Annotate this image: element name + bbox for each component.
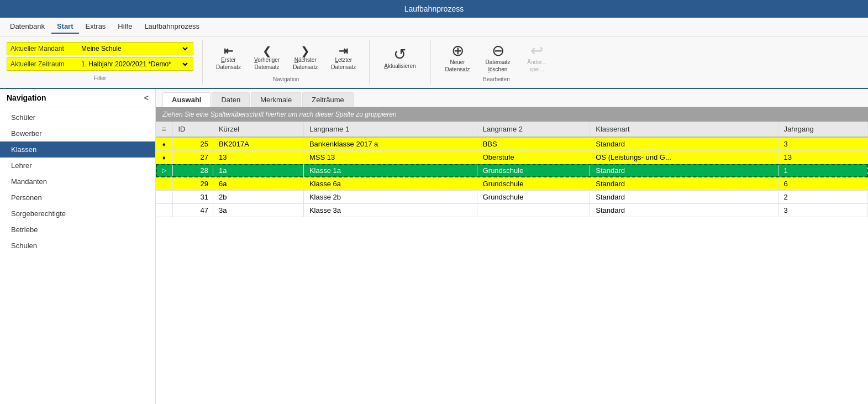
- filter-section-label: Filter: [7, 75, 193, 81]
- mandant-filter-row[interactable]: Aktueller Mandant Meine Schule: [7, 42, 193, 55]
- sidebar-item-mandanten[interactable]: Mandanten: [0, 174, 155, 190]
- row-langname1: Klasse 1a: [303, 164, 477, 177]
- menu-datenbank[interactable]: Datenbank: [4, 20, 50, 34]
- col-id[interactable]: ID: [172, 122, 213, 137]
- table-row[interactable]: ♦25BK2017ABankenklasse 2017 aBBSStandard…: [156, 137, 868, 151]
- row-langname2: Grundschule: [477, 164, 590, 177]
- table-row[interactable]: ▷281aKlasse 1aGrundschuleStandard1: [156, 164, 868, 177]
- sidebar-item-schulen[interactable]: Schulen: [0, 238, 155, 254]
- row-marker: ♦: [156, 137, 172, 151]
- table-header: ≡ ID Kürzel Langname 1 Langname 2 Klasse…: [156, 122, 868, 137]
- row-id: 27: [172, 151, 213, 164]
- tab-merkmale[interactable]: Merkmale: [251, 92, 301, 107]
- group-header-text: Ziehen Sie eine Spaltenüberschrift hierh…: [162, 111, 397, 118]
- menu-bar: Datenbank Start Extras Hilfe Laufbahnpro…: [0, 18, 868, 36]
- row-id: 31: [172, 191, 213, 204]
- new-record-icon: ⊕: [451, 43, 464, 59]
- row-klassenart: Standard: [590, 191, 778, 204]
- save-record-button[interactable]: ↩ Änder...spei...: [520, 42, 554, 74]
- aktualisieren-label: Aktualisieren: [384, 62, 415, 70]
- tab-daten[interactable]: Daten: [212, 92, 250, 107]
- table-row[interactable]: 296aKlasse 6aGrundschuleStandard6: [156, 177, 868, 191]
- sidebar-item-betriebe[interactable]: Betriebe: [0, 222, 155, 238]
- row-jahrgang: 3: [778, 137, 867, 151]
- menu-hilfe[interactable]: Hilfe: [112, 20, 138, 34]
- aktualisieren-section-spacer: [378, 76, 421, 82]
- row-kuerzel: BK2017A: [213, 137, 303, 151]
- row-marker: [156, 204, 172, 217]
- row-id: 25: [172, 137, 213, 151]
- tab-auswahl[interactable]: Auswahl: [162, 92, 211, 107]
- sidebar: Navigation < Schüler Bewerber Klassen Le…: [0, 89, 156, 404]
- last-record-label: LetzterDatensatz: [331, 56, 356, 71]
- group-header: Ziehen Sie eine Spaltenüberschrift hierh…: [156, 107, 868, 122]
- ribbon-aktualisieren-section: ↺ Aktualisieren: [370, 40, 430, 85]
- col-marker: ≡: [156, 122, 172, 137]
- col-jahrgang[interactable]: Jahrgang: [778, 122, 867, 137]
- row-langname2: [477, 204, 590, 217]
- sidebar-item-sorgeberechtigte[interactable]: Sorgeberechtigte: [0, 206, 155, 222]
- row-jahrgang: 2: [778, 191, 867, 204]
- main-layout: Navigation < Schüler Bewerber Klassen Le…: [0, 89, 868, 404]
- sidebar-item-bewerber[interactable]: Bewerber: [0, 125, 155, 141]
- row-langname1: Klasse 2b: [303, 191, 477, 204]
- row-jahrgang: 3: [778, 204, 867, 217]
- menu-start[interactable]: Start: [51, 20, 79, 34]
- row-langname1: Klasse 6a: [303, 177, 477, 191]
- new-record-button[interactable]: ⊕ NeuerDatensatz: [440, 42, 476, 74]
- row-jahrgang: 6: [778, 177, 867, 191]
- col-klassenart[interactable]: Klassenart: [590, 122, 778, 137]
- aktualisieren-button[interactable]: ↺ Aktualisieren: [378, 46, 421, 71]
- table-row[interactable]: 473aKlasse 3aStandard3: [156, 204, 868, 217]
- mandant-label: Aktueller Mandant: [10, 45, 77, 53]
- row-langname2: Oberstufe: [477, 151, 590, 164]
- aktualisieren-group: ↺ Aktualisieren: [378, 42, 421, 74]
- mandant-select[interactable]: Meine Schule: [79, 44, 190, 53]
- first-record-button[interactable]: ⇤ ErsterDatensatz: [212, 44, 245, 72]
- row-jahrgang: 13: [778, 151, 867, 164]
- row-langname2: Grundschule: [477, 177, 590, 191]
- row-klassenart: Standard: [590, 177, 778, 191]
- prev-record-button[interactable]: ❮ VorherigerDatensatz: [250, 44, 284, 72]
- next-record-label: NächsterDatensatz: [293, 56, 318, 71]
- row-marker: [156, 191, 172, 204]
- row-id: 47: [172, 204, 213, 217]
- title-bar: Laufbahnprozess: [0, 0, 868, 18]
- next-record-button[interactable]: ❯ NächsterDatensatz: [288, 44, 322, 72]
- col-langname1[interactable]: Langname 1: [303, 122, 477, 137]
- ribbon-navigation-section: ⇤ ErsterDatensatz ❮ VorherigerDatensatz …: [203, 40, 370, 85]
- zeitraum-filter-row[interactable]: Aktueller Zeitraum 1. Halbjahr 2020/2021…: [7, 57, 193, 71]
- app-title: Laufbahnprozess: [404, 4, 464, 13]
- sidebar-collapse-button[interactable]: <: [144, 93, 149, 102]
- new-record-label: NeuerDatensatz: [445, 59, 470, 73]
- sidebar-title: Navigation: [7, 93, 46, 102]
- sidebar-nav: Schüler Bewerber Klassen Lehrer Mandante…: [0, 107, 155, 256]
- zeitraum-select[interactable]: 1. Halbjahr 2020/2021 *Demo*: [79, 60, 190, 69]
- navigation-section-label: Navigation: [212, 76, 360, 82]
- sidebar-item-klassen[interactable]: Klassen: [0, 141, 155, 158]
- col-langname2[interactable]: Langname 2: [477, 122, 590, 137]
- delete-record-button[interactable]: ⊖ Datensatzlöschen: [480, 42, 516, 74]
- row-kuerzel: 1a: [213, 164, 303, 177]
- last-record-button[interactable]: ⇥ LetzterDatensatz: [327, 44, 360, 72]
- save-record-label: Änder...spei...: [527, 59, 546, 73]
- col-kuerzel[interactable]: Kürzel: [213, 122, 303, 137]
- sidebar-item-lehrer[interactable]: Lehrer: [0, 158, 155, 174]
- sidebar-item-schueler[interactable]: Schüler: [0, 109, 155, 125]
- sidebar-header: Navigation <: [0, 89, 155, 107]
- tab-zeitraeume[interactable]: Zeiträume: [302, 92, 354, 107]
- prev-record-icon: ❮: [262, 45, 272, 56]
- row-id: 29: [172, 177, 213, 191]
- row-langname1: MSS 13: [303, 151, 477, 164]
- table-row[interactable]: 312bKlasse 2bGrundschuleStandard2: [156, 191, 868, 204]
- row-jahrgang: 1: [778, 164, 867, 177]
- sidebar-item-personen[interactable]: Personen: [0, 190, 155, 206]
- prev-record-label: VorherigerDatensatz: [254, 56, 280, 71]
- data-table-wrap[interactable]: ≡ ID Kürzel Langname 1 Langname 2 Klasse…: [156, 122, 868, 404]
- bearbeiten-buttons-group: ⊕ NeuerDatensatz ⊖ Datensatzlöschen ↩ Än…: [440, 42, 554, 74]
- row-klassenart: Standard: [590, 164, 778, 177]
- menu-extras[interactable]: Extras: [80, 20, 112, 34]
- menu-laufbahnprozess[interactable]: Laufbahnprozess: [139, 20, 205, 34]
- row-kuerzel: 13: [213, 151, 303, 164]
- table-row[interactable]: ♦2713MSS 13OberstufeOS (Leistungs- und G…: [156, 151, 868, 164]
